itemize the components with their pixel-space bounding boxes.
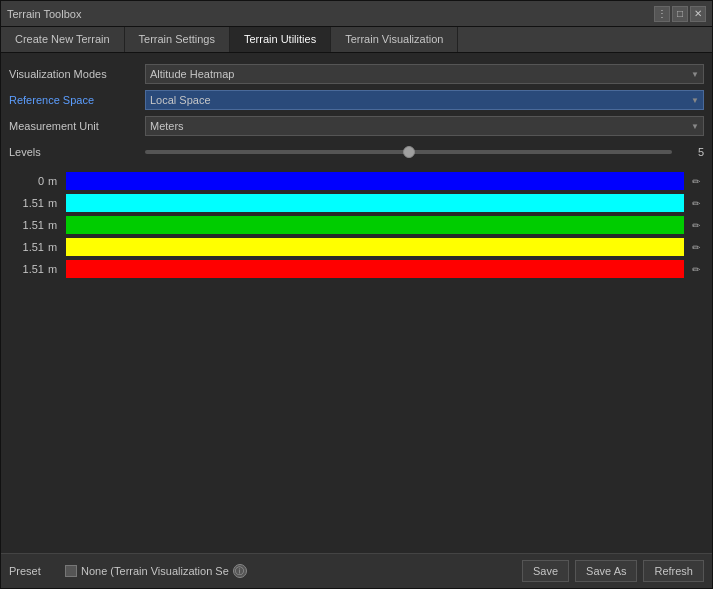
color-picker-1-icon[interactable]: ✏	[688, 195, 704, 211]
color-row-2-value: 1.51	[9, 219, 44, 231]
tab-terrain-utilities[interactable]: Terrain Utilities	[230, 27, 331, 52]
measurement-unit-value: Meters	[150, 120, 184, 132]
refresh-button[interactable]: Refresh	[643, 560, 704, 582]
empty-area	[9, 283, 704, 543]
preset-name: None (Terrain Visualization Se	[81, 565, 229, 577]
reference-space-dropdown[interactable]: Local Space ▼	[145, 90, 704, 110]
color-row-3: 1.51 m ✏	[9, 237, 704, 257]
color-row-4-value: 1.51	[9, 263, 44, 275]
title-bar-left: Terrain Toolbox	[7, 8, 81, 20]
measurement-unit-label: Measurement Unit	[9, 120, 139, 132]
color-bar-2-green[interactable]	[66, 216, 684, 234]
levels-slider[interactable]	[145, 150, 672, 154]
preset-checkbox[interactable]	[65, 565, 77, 577]
color-row-4-unit: m	[48, 263, 62, 275]
color-picker-3-icon[interactable]: ✏	[688, 239, 704, 255]
preset-selector: None (Terrain Visualization Se ⓘ	[65, 564, 516, 578]
close-button[interactable]: ✕	[690, 6, 706, 22]
tab-create-new-terrain[interactable]: Create New Terrain	[1, 27, 125, 52]
save-button[interactable]: Save	[522, 560, 569, 582]
color-row-4: 1.51 m ✏	[9, 259, 704, 279]
color-row-2: 1.51 m ✏	[9, 215, 704, 235]
levels-slider-container	[145, 150, 672, 154]
color-picker-0-icon[interactable]: ✏	[688, 173, 704, 189]
visualization-modes-arrow-icon: ▼	[691, 70, 699, 79]
color-picker-4-icon[interactable]: ✏	[688, 261, 704, 277]
color-bar-3-yellow[interactable]	[66, 238, 684, 256]
color-row-0: 0 m ✏	[9, 171, 704, 191]
measurement-unit-arrow-icon: ▼	[691, 122, 699, 131]
reference-space-row: Reference Space Local Space ▼	[9, 89, 704, 111]
preset-label: Preset	[9, 565, 59, 577]
reference-space-label: Reference Space	[9, 94, 139, 106]
tab-bar: Create New Terrain Terrain Settings Terr…	[1, 27, 712, 53]
visualization-modes-value: Altitude Heatmap	[150, 68, 234, 80]
visualization-modes-dropdown[interactable]: Altitude Heatmap ▼	[145, 64, 704, 84]
tab-terrain-settings[interactable]: Terrain Settings	[125, 27, 230, 52]
color-row-3-unit: m	[48, 241, 62, 253]
kebab-menu-button[interactable]: ⋮	[654, 6, 670, 22]
preset-bar: Preset None (Terrain Visualization Se ⓘ …	[1, 553, 712, 588]
color-row-1: 1.51 m ✏	[9, 193, 704, 213]
title-bar-controls: ⋮ □ ✕	[654, 6, 706, 22]
color-row-1-unit: m	[48, 197, 62, 209]
levels-label: Levels	[9, 146, 139, 158]
color-row-0-unit: m	[48, 175, 62, 187]
color-row-0-value: 0	[9, 175, 44, 187]
levels-row: Levels 5	[9, 141, 704, 163]
color-row-2-unit: m	[48, 219, 62, 231]
measurement-unit-dropdown[interactable]: Meters ▼	[145, 116, 704, 136]
title-bar: Terrain Toolbox ⋮ □ ✕	[1, 1, 712, 27]
maximize-button[interactable]: □	[672, 6, 688, 22]
reference-space-arrow-icon: ▼	[691, 96, 699, 105]
color-bar-1-cyan[interactable]	[66, 194, 684, 212]
color-bar-0-blue[interactable]	[66, 172, 684, 190]
color-row-1-value: 1.51	[9, 197, 44, 209]
tab-terrain-visualization[interactable]: Terrain Visualization	[331, 27, 458, 52]
visualization-modes-label: Visualization Modes	[9, 68, 139, 80]
visualization-modes-row: Visualization Modes Altitude Heatmap ▼	[9, 63, 704, 85]
preset-info-icon[interactable]: ⓘ	[233, 564, 247, 578]
reference-space-value: Local Space	[150, 94, 211, 106]
color-row-3-value: 1.51	[9, 241, 44, 253]
content-area: Visualization Modes Altitude Heatmap ▼ R…	[1, 53, 712, 553]
color-rows-container: 0 m ✏ 1.51 m ✏ 1.51 m ✏ 1.51 m	[9, 171, 704, 279]
terrain-toolbox-window: Terrain Toolbox ⋮ □ ✕ Create New Terrain…	[0, 0, 713, 589]
color-bar-4-red[interactable]	[66, 260, 684, 278]
color-picker-2-icon[interactable]: ✏	[688, 217, 704, 233]
save-as-button[interactable]: Save As	[575, 560, 637, 582]
levels-value: 5	[684, 146, 704, 158]
measurement-unit-row: Measurement Unit Meters ▼	[9, 115, 704, 137]
window-title: Terrain Toolbox	[7, 8, 81, 20]
